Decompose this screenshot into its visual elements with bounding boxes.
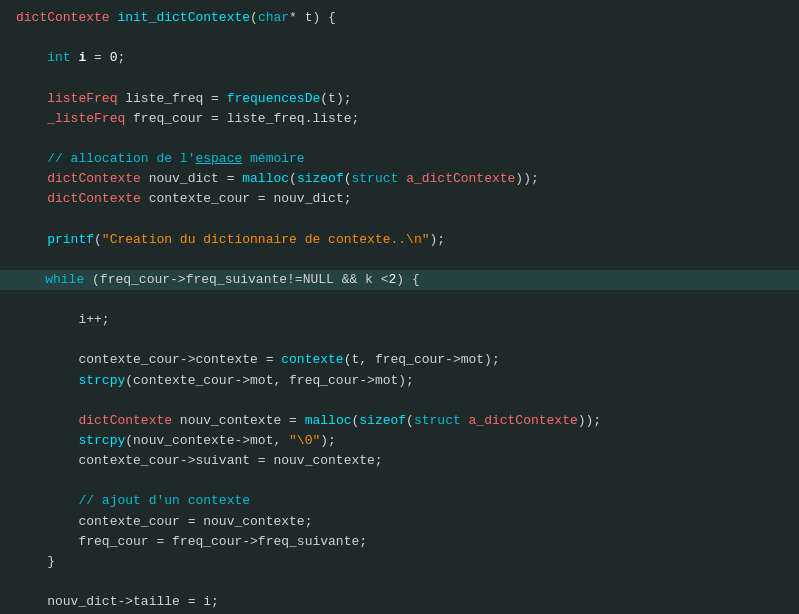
code-editor: dictContexte init_dictContexte(char* t) … bbox=[0, 0, 799, 614]
code-line: // ajout d'un contexte bbox=[0, 491, 799, 511]
code-line: i++; bbox=[0, 310, 799, 330]
code-line: dictContexte init_dictContexte(char* t) … bbox=[0, 8, 799, 28]
line-text: nouv_dict->taille = i; bbox=[6, 592, 219, 612]
line-text bbox=[6, 250, 24, 270]
code-line: // allocation de l'espace mémoire bbox=[0, 149, 799, 169]
code-line bbox=[0, 28, 799, 48]
code-line: listeFreq liste_freq = frequencesDe(t); bbox=[0, 89, 799, 109]
code-line: _listeFreq freq_cour = liste_freq.liste; bbox=[0, 109, 799, 129]
code-line: dictContexte nouv_contexte = malloc(size… bbox=[0, 411, 799, 431]
line-text: strcpy(contexte_cour->mot, freq_cour->mo… bbox=[6, 371, 414, 391]
code-line: strcpy(contexte_cour->mot, freq_cour->mo… bbox=[0, 371, 799, 391]
code-line bbox=[0, 391, 799, 411]
line-text: while (freq_cour->freq_suivante!=NULL &&… bbox=[4, 270, 420, 290]
code-line bbox=[0, 290, 799, 310]
code-line bbox=[0, 250, 799, 270]
line-text: dictContexte nouv_dict = malloc(sizeof(s… bbox=[6, 169, 539, 189]
code-line: nouv_dict->taille = i; bbox=[0, 592, 799, 612]
code-line bbox=[0, 68, 799, 88]
line-text: strcpy(nouv_contexte->mot, "\0"); bbox=[6, 431, 336, 451]
line-text bbox=[6, 471, 24, 491]
line-text: contexte_cour->suivant = nouv_contexte; bbox=[6, 451, 383, 471]
line-text: freq_cour = freq_cour->freq_suivante; bbox=[6, 532, 367, 552]
code-line: while (freq_cour->freq_suivante!=NULL &&… bbox=[0, 270, 799, 290]
code-line bbox=[0, 572, 799, 592]
line-text bbox=[6, 129, 24, 149]
line-text: int i = 0; bbox=[6, 48, 125, 68]
line-text: dictContexte nouv_contexte = malloc(size… bbox=[6, 411, 601, 431]
code-line bbox=[0, 471, 799, 491]
line-text: } bbox=[6, 552, 55, 572]
code-line bbox=[0, 330, 799, 350]
code-line: } bbox=[0, 552, 799, 572]
code-line bbox=[0, 209, 799, 229]
line-text: listeFreq liste_freq = frequencesDe(t); bbox=[6, 89, 352, 109]
code-line: contexte_cour = nouv_contexte; bbox=[0, 512, 799, 532]
line-text bbox=[6, 209, 24, 229]
code-line: contexte_cour->suivant = nouv_contexte; bbox=[0, 451, 799, 471]
code-line: dictContexte nouv_dict = malloc(sizeof(s… bbox=[0, 169, 799, 189]
line-text bbox=[6, 290, 24, 310]
line-text bbox=[6, 330, 24, 350]
code-line: dictContexte contexte_cour = nouv_dict; bbox=[0, 189, 799, 209]
code-line bbox=[0, 129, 799, 149]
line-text bbox=[6, 391, 24, 411]
line-text: // ajout d'un contexte bbox=[6, 491, 250, 511]
line-text: dictContexte contexte_cour = nouv_dict; bbox=[6, 189, 351, 209]
line-text bbox=[6, 572, 24, 592]
code-line: printf("Creation du dictionnaire de cont… bbox=[0, 230, 799, 250]
code-line: strcpy(nouv_contexte->mot, "\0"); bbox=[0, 431, 799, 451]
code-line: int i = 0; bbox=[0, 48, 799, 68]
line-text bbox=[6, 68, 24, 88]
line-text: i++; bbox=[6, 310, 110, 330]
line-text: // allocation de l'espace mémoire bbox=[6, 149, 305, 169]
line-text: printf("Creation du dictionnaire de cont… bbox=[6, 230, 445, 250]
line-text bbox=[6, 28, 24, 48]
code-line: contexte_cour->contexte = contexte(t, fr… bbox=[0, 350, 799, 370]
line-text: contexte_cour->contexte = contexte(t, fr… bbox=[6, 350, 500, 370]
line-text: contexte_cour = nouv_contexte; bbox=[6, 512, 312, 532]
code-line: freq_cour = freq_cour->freq_suivante; bbox=[0, 532, 799, 552]
line-text: _listeFreq freq_cour = liste_freq.liste; bbox=[6, 109, 359, 129]
line-text: dictContexte init_dictContexte(char* t) … bbox=[6, 8, 336, 28]
